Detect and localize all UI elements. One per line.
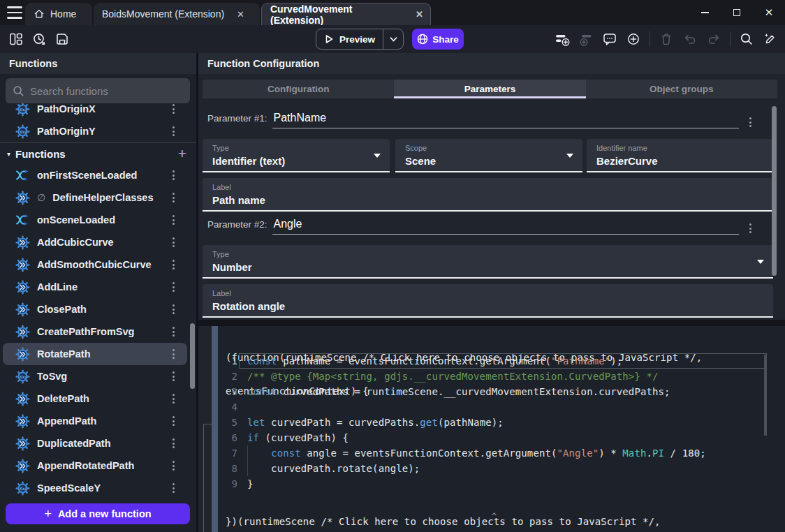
save-icon[interactable] [54, 31, 70, 47]
function-list-item[interactable]: DeletePath [3, 387, 187, 410]
item-menu-icon[interactable] [170, 458, 177, 473]
minimize-button[interactable] [689, 0, 721, 25]
field-value: BezierCurve [596, 155, 773, 167]
item-menu-icon[interactable] [170, 436, 177, 451]
item-menu-icon[interactable] [170, 413, 177, 429]
parameter-2-menu-icon[interactable] [747, 221, 754, 236]
item-menu-icon[interactable] [170, 235, 177, 250]
delete-icon[interactable] [659, 31, 674, 47]
gdevelop-window: Home BoidsMovement (Extension) ✕ CurvedM… [0, 0, 785, 532]
close-icon[interactable]: ✕ [416, 9, 423, 20]
close-window-button[interactable]: ✕ [753, 0, 785, 25]
add-subevent-icon[interactable] [578, 31, 594, 47]
redo-icon[interactable] [706, 31, 721, 47]
dropdown-caret-icon [566, 154, 573, 158]
tab-boidsmovement[interactable]: BoidsMovement (Extension) ✕ [94, 3, 260, 25]
tab-home[interactable]: Home [25, 3, 92, 25]
sidebar-scrollbar[interactable] [190, 323, 195, 389]
code-line[interactable]: 5 let curvedPath = curvedPaths.get(pathN… [218, 415, 785, 430]
item-menu-icon[interactable] [170, 391, 177, 406]
js-code-editor[interactable]: (function(runtimeScene /* Click here to … [218, 326, 785, 532]
item-menu-icon[interactable] [170, 369, 177, 384]
param2-type-field[interactable]: Type Number [203, 245, 773, 279]
item-menu-icon[interactable] [170, 324, 177, 339]
event-drag-handle[interactable] [212, 326, 218, 532]
parameter-name-input[interactable]: PathName [272, 112, 739, 128]
function-name: PathOriginY [37, 126, 96, 137]
code-line[interactable]: 7 const angle = eventsFunctionContext.ge… [218, 445, 785, 461]
preview-dropdown-button[interactable] [383, 37, 403, 42]
function-list-item[interactable]: AppendPath [3, 410, 187, 432]
add-new-function-button[interactable]: + Add a new function [6, 503, 190, 524]
search-input[interactable] [30, 85, 183, 97]
code-line[interactable]: 8 curvedPath.rotate(angle); [218, 461, 785, 476]
code-line[interactable]: 2 /** @type {Map<string, gdjs.__curvedMo… [218, 369, 785, 384]
param1-label-field[interactable]: Label Path name [203, 178, 773, 212]
search-icon[interactable] [739, 31, 754, 47]
item-menu-icon[interactable] [170, 302, 177, 317]
tab-configuration[interactable]: Configuration [203, 80, 394, 98]
item-menu-icon[interactable] [170, 190, 177, 205]
main-menu-icon[interactable] [7, 6, 22, 19]
function-list-item[interactable]: RotatePath [3, 343, 187, 365]
project-manager-icon[interactable] [8, 31, 24, 47]
function-list-item[interactable]: CreatePathFromSvg [3, 320, 187, 343]
function-list-item[interactable]: f(x) ToSvg [3, 365, 187, 387]
function-list-item[interactable]: onFirstSceneLoaded [3, 164, 187, 186]
functions-group-header[interactable]: ▾ Functions + [0, 144, 196, 163]
code-line[interactable]: 1 const pathName = eventsFunctionContext… [218, 353, 785, 369]
function-type-icon: f(x) [15, 124, 30, 139]
code-line[interactable]: 3 const curvedPaths = runtimeScene.__cur… [218, 384, 785, 399]
function-list-item[interactable]: AddLine [3, 276, 187, 298]
function-list-item[interactable]: ClosePath [3, 298, 187, 320]
function-list-item[interactable]: AppendRotatedPath [3, 455, 187, 477]
item-menu-icon[interactable] [170, 212, 177, 228]
param1-scope-field[interactable]: Scope Scene [395, 139, 582, 172]
add-event-icon[interactable] [555, 31, 570, 47]
add-function-plus-icon[interactable]: + [178, 147, 186, 161]
maximize-button[interactable] [721, 0, 753, 25]
item-menu-icon[interactable] [170, 124, 177, 139]
undo-icon[interactable] [682, 31, 698, 47]
plus-icon: + [44, 507, 52, 522]
tab-curvedmovement[interactable]: CurvedMovement (Extension) ✕ [261, 3, 431, 25]
add-circle-icon[interactable] [626, 31, 641, 47]
svg-text:f(x): f(x) [20, 129, 27, 133]
function-list-item[interactable]: AddCubicCurve [3, 231, 187, 253]
close-icon[interactable]: ✕ [237, 9, 244, 20]
code-editor-scrollbar[interactable] [764, 355, 767, 436]
function-list-item[interactable]: f(x) PathOriginY [3, 120, 187, 142]
line-content: } [247, 478, 254, 489]
add-comment-icon[interactable] [602, 31, 617, 47]
item-menu-icon[interactable] [170, 279, 177, 295]
preview-button[interactable]: Preview [316, 29, 404, 50]
item-menu-icon[interactable] [170, 168, 177, 183]
item-menu-icon[interactable] [170, 103, 177, 117]
tab-parameters[interactable]: Parameters [394, 80, 585, 98]
item-menu-icon[interactable] [170, 480, 177, 496]
item-menu-icon[interactable] [170, 257, 177, 272]
item-menu-icon[interactable] [170, 346, 177, 362]
collapse-editor-caret[interactable]: ^ [492, 512, 497, 522]
parameters-scrollbar[interactable] [772, 106, 777, 276]
parameter-name-input[interactable]: Angle [272, 218, 739, 235]
function-list-item[interactable]: DuplicatedPath [3, 432, 187, 455]
param1-identifier-field[interactable]: Identifier name BezierCurve [587, 139, 773, 172]
function-list-item[interactable]: f(x) SpeedScaleY [3, 477, 187, 499]
param1-type-field[interactable]: Type Identifier (text) [203, 139, 390, 172]
code-line[interactable]: 6 if (curvedPath) { [218, 430, 785, 445]
function-name: AppendRotatedPath [37, 460, 134, 471]
function-list-item[interactable]: AddSmoothCubicCurve [3, 253, 187, 276]
parameter-1-menu-icon[interactable] [747, 114, 754, 130]
history-icon[interactable] [31, 31, 47, 47]
share-button[interactable]: Share [412, 29, 464, 50]
function-list-item[interactable]: ∅ DefineHelperClasses [3, 186, 187, 209]
tab-object-groups[interactable]: Object groups [586, 80, 777, 98]
param2-label-field[interactable]: Label Rotation angle [203, 284, 773, 318]
function-list-item[interactable]: onSceneLoaded [3, 209, 187, 231]
function-list-item[interactable]: f(x) PathOriginX [3, 103, 187, 120]
search-functions-box[interactable] [6, 78, 190, 103]
code-line[interactable]: 9 } [218, 476, 785, 492]
edit-extension-icon[interactable] [763, 31, 778, 47]
code-line[interactable]: 4 [218, 399, 785, 415]
